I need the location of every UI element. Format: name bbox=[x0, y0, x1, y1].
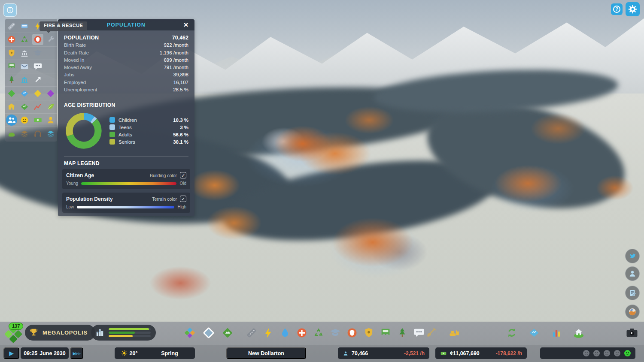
infoview-water-facilities[interactable] bbox=[19, 74, 30, 85]
close-icon[interactable]: × bbox=[181, 20, 191, 30]
infoview-telecom[interactable] bbox=[32, 61, 43, 72]
infoview-ground-pollution[interactable] bbox=[19, 128, 30, 139]
building-color-checkbox[interactable]: ✓ bbox=[180, 172, 186, 178]
tool-districts[interactable] bbox=[202, 326, 216, 340]
happiness-face-sad bbox=[592, 349, 601, 357]
citizen-age-legend-card: Citizen Age Building color ✓ Young Old bbox=[62, 169, 190, 189]
help-button[interactable]: ? bbox=[611, 3, 623, 15]
photo-mode-button[interactable] bbox=[625, 305, 640, 319]
tool-parks[interactable] bbox=[395, 326, 409, 340]
tool-economy[interactable] bbox=[505, 326, 519, 340]
journal-button[interactable] bbox=[625, 286, 640, 300]
tool-education[interactable] bbox=[328, 326, 342, 340]
adults-swatch bbox=[109, 132, 115, 137]
infoview-residential[interactable] bbox=[6, 101, 17, 112]
fire-rescue-tooltip: FIRE & RESCUE bbox=[39, 21, 87, 31]
money-icon bbox=[440, 350, 447, 357]
infoview-traffic[interactable] bbox=[19, 21, 30, 32]
infoview-economy[interactable] bbox=[32, 115, 43, 126]
happiness-display[interactable] bbox=[540, 347, 635, 359]
tool-garbage[interactable] bbox=[312, 326, 325, 340]
money-display[interactable]: ¢11,067,690 -178,622 /h bbox=[435, 347, 527, 359]
infoview-parks[interactable] bbox=[6, 74, 17, 85]
infoview-education[interactable] bbox=[32, 48, 43, 59]
population-display[interactable]: 70,466 -2,521 /h bbox=[338, 347, 429, 359]
info-button[interactable] bbox=[3, 3, 17, 17]
city-progress-icon bbox=[95, 328, 105, 338]
milestone-button[interactable]: MEGALOPOLIS bbox=[25, 325, 95, 341]
settings-button[interactable] bbox=[626, 2, 640, 16]
stat-row: POPULATION70,462 bbox=[64, 34, 188, 42]
stat-row: Moved Away791 /month bbox=[64, 64, 188, 71]
infoview-transportation[interactable] bbox=[6, 61, 17, 72]
tool-transportation[interactable] bbox=[379, 326, 392, 340]
tool-healthcare[interactable] bbox=[295, 326, 309, 340]
stat-row: Moved In699 /month bbox=[64, 57, 188, 64]
infoview-air-pollution[interactable] bbox=[6, 128, 17, 139]
infoview-maintenance[interactable] bbox=[45, 34, 56, 45]
population-density-label: Population Density bbox=[66, 196, 113, 202]
map-legend-title: MAP LEGEND bbox=[64, 160, 188, 166]
age-donut-chart bbox=[64, 111, 103, 151]
tool-electricity[interactable] bbox=[261, 326, 275, 340]
person-icon bbox=[343, 350, 349, 356]
age-distribution-title: AGE DISTRIBUTION bbox=[64, 102, 188, 108]
panel-title: POPULATION bbox=[107, 22, 146, 28]
tool-bulldozer[interactable] bbox=[447, 326, 461, 340]
milestone-label: MEGALOPOLIS bbox=[43, 329, 88, 336]
infoview-roads[interactable] bbox=[6, 21, 17, 32]
infoview-garbage[interactable] bbox=[19, 34, 30, 45]
infoview-healthcare[interactable] bbox=[6, 34, 17, 45]
infoview-statistics[interactable] bbox=[32, 101, 43, 112]
infoview-water-features[interactable] bbox=[19, 88, 30, 99]
tool-statistics[interactable] bbox=[550, 326, 563, 340]
infoview-workplaces[interactable] bbox=[45, 115, 56, 126]
citizen-age-gradient bbox=[81, 182, 176, 185]
tool-info-views[interactable] bbox=[527, 326, 541, 340]
tool-water[interactable] bbox=[278, 326, 292, 340]
infoview-administration[interactable] bbox=[19, 48, 30, 59]
tool-fire-rescue[interactable] bbox=[345, 326, 359, 340]
tool-roads[interactable] bbox=[245, 326, 258, 340]
tool-landscaping[interactable] bbox=[221, 326, 234, 340]
tool-progression[interactable] bbox=[572, 326, 586, 340]
toolbar-group bbox=[183, 326, 234, 340]
trophy-icon bbox=[28, 327, 39, 338]
terrain-color-checkbox[interactable]: ✓ bbox=[180, 196, 186, 202]
infoview-growth[interactable] bbox=[45, 101, 56, 112]
tool-terraforming[interactable] bbox=[424, 326, 438, 340]
infoview-noise-pollution[interactable] bbox=[32, 128, 43, 139]
speed-fast-forward-button[interactable]: ▶▶▶ bbox=[70, 347, 83, 359]
infoview-population[interactable] bbox=[6, 115, 17, 126]
legend-item: Children10.3 % bbox=[109, 116, 188, 124]
tool-police[interactable] bbox=[362, 326, 376, 340]
tool-zoning[interactable] bbox=[183, 326, 197, 340]
map-tiles-count-badge: 137 bbox=[9, 323, 23, 330]
population-density-gradient bbox=[77, 206, 174, 208]
age-legend: Children10.3 % Teens3 % Adults56.6 % Sen… bbox=[109, 116, 188, 145]
infoview-fire-rescue[interactable] bbox=[32, 34, 43, 45]
infoview-post[interactable] bbox=[19, 61, 30, 72]
infoview-tourism[interactable] bbox=[32, 74, 43, 85]
infoview-zones[interactable] bbox=[32, 88, 43, 99]
divider bbox=[64, 98, 188, 98]
play-pause-button[interactable]: ▶ bbox=[3, 347, 19, 359]
infoview-happiness[interactable] bbox=[19, 115, 30, 126]
citizen-age-label: Citizen Age bbox=[66, 172, 94, 178]
infoview-terrain[interactable] bbox=[6, 88, 17, 99]
photo-mode-camera-button[interactable] bbox=[624, 326, 640, 339]
divider bbox=[64, 156, 188, 157]
infoview-grid-panel bbox=[5, 19, 57, 142]
citizen-info-button[interactable] bbox=[625, 266, 640, 281]
city-name-button[interactable]: New Dollarton bbox=[226, 347, 306, 359]
infoview-buildings[interactable] bbox=[45, 88, 56, 99]
low-label: Low bbox=[66, 205, 74, 209]
infoview-land-value[interactable] bbox=[19, 101, 30, 112]
chirper-button[interactable] bbox=[625, 249, 640, 263]
infoview-water-pollution[interactable] bbox=[45, 128, 56, 139]
infoview-police[interactable] bbox=[6, 48, 17, 59]
population-value: 70,466 bbox=[352, 350, 368, 356]
legend-item: Teens3 % bbox=[109, 124, 188, 131]
children-swatch bbox=[109, 117, 115, 123]
city-progress-button[interactable] bbox=[91, 325, 156, 341]
